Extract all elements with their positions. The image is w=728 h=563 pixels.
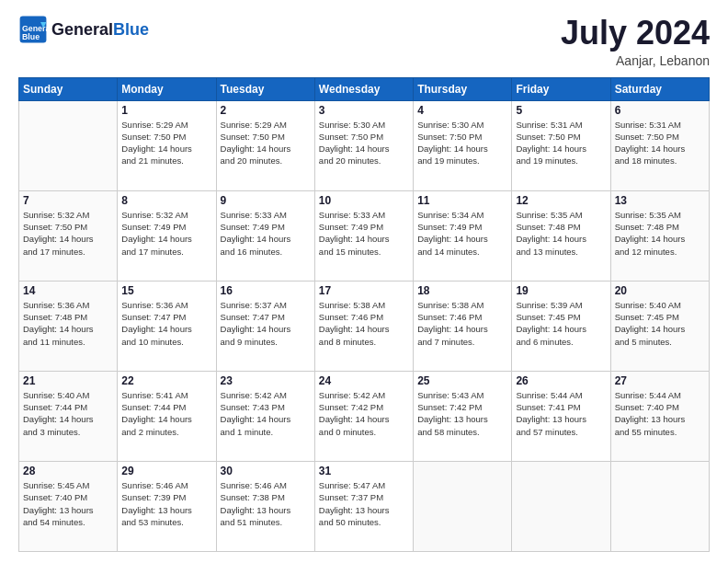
day-info: Sunrise: 5:37 AM Sunset: 7:47 PM Dayligh… [221,299,311,348]
calendar-cell: 28Sunrise: 5:45 AM Sunset: 7:40 PM Dayli… [19,461,118,551]
day-info: Sunrise: 5:31 AM Sunset: 7:50 PM Dayligh… [615,119,705,167]
day-number: 23 [221,374,311,387]
day-info: Sunrise: 5:32 AM Sunset: 7:50 PM Dayligh… [23,209,113,258]
col-sunday: Sunday [19,77,118,100]
day-number: 2 [221,104,311,117]
day-number: 29 [121,465,211,477]
day-number: 5 [516,104,606,117]
calendar-table: Sunday Monday Tuesday Wednesday Thursday… [18,77,710,552]
calendar-cell: 13Sunrise: 5:35 AM Sunset: 7:48 PM Dayli… [610,190,709,281]
day-info: Sunrise: 5:33 AM Sunset: 7:49 PM Dayligh… [221,209,311,258]
day-info: Sunrise: 5:38 AM Sunset: 7:46 PM Dayligh… [417,299,507,348]
day-number: 17 [319,284,409,297]
calendar-cell: 4Sunrise: 5:30 AM Sunset: 7:50 PM Daylig… [414,100,512,190]
day-number: 15 [121,284,211,297]
day-info: Sunrise: 5:31 AM Sunset: 7:50 PM Dayligh… [516,119,606,167]
calendar-week-0: 1Sunrise: 5:29 AM Sunset: 7:50 PM Daylig… [19,100,710,190]
day-info: Sunrise: 5:45 AM Sunset: 7:40 PM Dayligh… [23,479,113,528]
day-number: 12 [516,194,606,207]
calendar-cell: 6Sunrise: 5:31 AM Sunset: 7:50 PM Daylig… [610,100,709,190]
day-info: Sunrise: 5:47 AM Sunset: 7:37 PM Dayligh… [319,479,409,528]
day-info: Sunrise: 5:29 AM Sunset: 7:50 PM Dayligh… [121,119,211,167]
calendar-cell [512,461,610,551]
calendar-cell: 3Sunrise: 5:30 AM Sunset: 7:50 PM Daylig… [314,100,413,190]
day-info: Sunrise: 5:32 AM Sunset: 7:49 PM Dayligh… [121,209,211,258]
month-title: July 2024 [561,15,710,52]
day-info: Sunrise: 5:35 AM Sunset: 7:48 PM Dayligh… [615,209,705,258]
calendar-cell [19,100,118,190]
calendar-cell: 27Sunrise: 5:44 AM Sunset: 7:40 PM Dayli… [610,371,709,461]
calendar-week-4: 28Sunrise: 5:45 AM Sunset: 7:40 PM Dayli… [19,461,710,551]
calendar-cell: 15Sunrise: 5:36 AM Sunset: 7:47 PM Dayli… [118,281,216,371]
calendar-cell: 17Sunrise: 5:38 AM Sunset: 7:46 PM Dayli… [314,281,413,371]
calendar-cell: 24Sunrise: 5:42 AM Sunset: 7:42 PM Dayli… [314,371,413,461]
col-friday: Friday [512,77,610,100]
day-info: Sunrise: 5:42 AM Sunset: 7:43 PM Dayligh… [221,389,311,438]
col-tuesday: Tuesday [216,77,314,100]
calendar-cell: 1Sunrise: 5:29 AM Sunset: 7:50 PM Daylig… [118,100,216,190]
day-number: 24 [319,374,409,387]
logo-icon: General Blue [18,15,48,44]
day-number: 3 [319,104,409,117]
day-number: 7 [23,194,113,207]
calendar-week-3: 21Sunrise: 5:40 AM Sunset: 7:44 PM Dayli… [19,371,710,461]
calendar-cell: 29Sunrise: 5:46 AM Sunset: 7:39 PM Dayli… [118,461,216,551]
calendar-week-2: 14Sunrise: 5:36 AM Sunset: 7:48 PM Dayli… [19,281,710,371]
day-info: Sunrise: 5:35 AM Sunset: 7:48 PM Dayligh… [516,209,606,258]
calendar-cell: 11Sunrise: 5:34 AM Sunset: 7:49 PM Dayli… [414,190,512,281]
day-number: 9 [221,194,311,207]
day-number: 20 [615,284,705,297]
day-number: 4 [417,104,507,117]
title-block: July 2024 Aanjar, Lebanon [561,15,710,68]
day-number: 30 [221,465,311,477]
col-wednesday: Wednesday [314,77,413,100]
col-saturday: Saturday [610,77,709,100]
calendar-cell [610,461,709,551]
location: Aanjar, Lebanon [561,53,710,68]
calendar-cell [414,461,512,551]
calendar-cell: 7Sunrise: 5:32 AM Sunset: 7:50 PM Daylig… [19,190,118,281]
day-number: 8 [121,194,211,207]
day-number: 21 [23,374,113,387]
calendar-cell: 14Sunrise: 5:36 AM Sunset: 7:48 PM Dayli… [19,281,118,371]
day-info: Sunrise: 5:36 AM Sunset: 7:47 PM Dayligh… [121,299,211,348]
day-info: Sunrise: 5:38 AM Sunset: 7:46 PM Dayligh… [319,299,409,348]
day-info: Sunrise: 5:44 AM Sunset: 7:40 PM Dayligh… [615,389,705,438]
day-info: Sunrise: 5:43 AM Sunset: 7:42 PM Dayligh… [417,389,507,438]
day-info: Sunrise: 5:29 AM Sunset: 7:50 PM Dayligh… [221,119,311,167]
calendar-cell: 31Sunrise: 5:47 AM Sunset: 7:37 PM Dayli… [314,461,413,551]
calendar-cell: 26Sunrise: 5:44 AM Sunset: 7:41 PM Dayli… [512,371,610,461]
day-info: Sunrise: 5:42 AM Sunset: 7:42 PM Dayligh… [319,389,409,438]
day-info: Sunrise: 5:30 AM Sunset: 7:50 PM Dayligh… [319,119,409,167]
day-info: Sunrise: 5:41 AM Sunset: 7:44 PM Dayligh… [121,389,211,438]
calendar-cell: 10Sunrise: 5:33 AM Sunset: 7:49 PM Dayli… [314,190,413,281]
day-number: 27 [615,374,705,387]
logo-text: GeneralBlue [51,20,149,40]
day-number: 6 [615,104,705,117]
calendar-cell: 18Sunrise: 5:38 AM Sunset: 7:46 PM Dayli… [414,281,512,371]
calendar-cell: 22Sunrise: 5:41 AM Sunset: 7:44 PM Dayli… [118,371,216,461]
day-number: 13 [615,194,705,207]
calendar-cell: 23Sunrise: 5:42 AM Sunset: 7:43 PM Dayli… [216,371,314,461]
day-number: 14 [23,284,113,297]
calendar-cell: 21Sunrise: 5:40 AM Sunset: 7:44 PM Dayli… [19,371,118,461]
day-info: Sunrise: 5:39 AM Sunset: 7:45 PM Dayligh… [516,299,606,348]
day-info: Sunrise: 5:44 AM Sunset: 7:41 PM Dayligh… [516,389,606,438]
day-info: Sunrise: 5:33 AM Sunset: 7:49 PM Dayligh… [319,209,409,258]
calendar-cell: 2Sunrise: 5:29 AM Sunset: 7:50 PM Daylig… [216,100,314,190]
calendar-cell: 20Sunrise: 5:40 AM Sunset: 7:45 PM Dayli… [610,281,709,371]
calendar-cell: 19Sunrise: 5:39 AM Sunset: 7:45 PM Dayli… [512,281,610,371]
header: General Blue GeneralBlue July 2024 Aanja… [18,15,710,68]
logo: General Blue GeneralBlue [18,15,149,44]
day-number: 25 [417,374,507,387]
day-number: 28 [23,465,113,477]
calendar-cell: 12Sunrise: 5:35 AM Sunset: 7:48 PM Dayli… [512,190,610,281]
calendar-cell: 30Sunrise: 5:46 AM Sunset: 7:38 PM Dayli… [216,461,314,551]
calendar-header-row: Sunday Monday Tuesday Wednesday Thursday… [19,77,710,100]
day-number: 10 [319,194,409,207]
calendar-cell: 8Sunrise: 5:32 AM Sunset: 7:49 PM Daylig… [118,190,216,281]
day-info: Sunrise: 5:30 AM Sunset: 7:50 PM Dayligh… [417,119,507,167]
day-info: Sunrise: 5:46 AM Sunset: 7:39 PM Dayligh… [121,479,211,528]
day-info: Sunrise: 5:36 AM Sunset: 7:48 PM Dayligh… [23,299,113,348]
day-info: Sunrise: 5:40 AM Sunset: 7:45 PM Dayligh… [615,299,705,348]
